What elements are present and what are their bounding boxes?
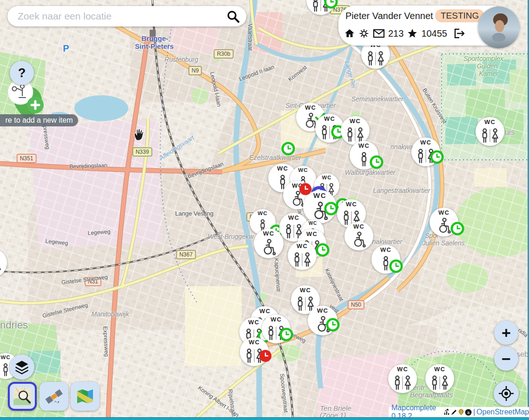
open-hours-badge-green — [280, 141, 296, 158]
statistics-icon[interactable] — [444, 409, 450, 415]
svg-text:WC: WC — [313, 191, 326, 199]
geolocate-button[interactable] — [494, 381, 519, 406]
svg-text:WC: WC — [248, 319, 259, 326]
svg-text:WC: WC — [305, 104, 316, 111]
search-input[interactable] — [17, 10, 226, 22]
open-hours-badge-green — [429, 149, 445, 167]
help-button[interactable]: ? — [10, 61, 34, 85]
toilet-marker-mw[interactable]: WC — [288, 241, 317, 270]
avatar[interactable] — [478, 7, 520, 48]
changeset-count: 10455 — [421, 28, 447, 39]
svg-text:WC: WC — [288, 214, 299, 221]
basemap-style-satellite-button[interactable] — [40, 382, 68, 411]
mapcomplete-app: N9R30bN376N339N351R30N367N31N50 Brugge-S… — [0, 0, 529, 420]
layers-icon — [14, 359, 30, 375]
svg-text:WC: WC — [259, 308, 271, 315]
basemap-style-map-button[interactable] — [71, 382, 99, 411]
svg-text:WC: WC — [298, 167, 308, 173]
toilet-marker-wheel[interactable]: WC — [254, 229, 284, 258]
testing-badge: TESTING — [435, 9, 484, 22]
open-hours-badge-green — [369, 154, 384, 172]
toilet-marker-wheel[interactable]: WC — [344, 222, 373, 250]
logout-icon[interactable] — [453, 28, 465, 39]
svg-text:WC: WC — [346, 201, 357, 208]
zoom-in-button[interactable]: + — [494, 321, 518, 345]
home-icon[interactable] — [344, 28, 355, 39]
zoom-out-button[interactable]: − — [494, 347, 518, 371]
svg-text:WC: WC — [306, 230, 317, 237]
open-hours-badge-green — [450, 221, 465, 238]
attribution-separator: | — [473, 408, 475, 416]
message-count: 213 — [388, 28, 403, 39]
svg-text:WC: WC — [438, 209, 450, 216]
marker-layer: WCWCWCWCWCWCWCWCWCWCWCWCWCWCWCWCWCWCWCWC… — [0, 0, 529, 420]
osm-attribution-link[interactable]: OpenStreetMap — [476, 408, 529, 416]
svg-text:WC: WC — [420, 139, 431, 146]
svg-text:WC: WC — [358, 142, 370, 149]
svg-text:WC: WC — [263, 230, 275, 237]
star-icon — [407, 28, 418, 39]
svg-text:WC: WC — [249, 339, 260, 346]
bottom-edge-bar — [0, 417, 529, 420]
closed-hours-badge-red — [258, 348, 273, 365]
toilet-marker-mw[interactable]: WC — [0, 249, 7, 277]
svg-text:WC: WC — [297, 243, 308, 249]
svg-text:WC: WC — [484, 118, 496, 125]
svg-text:WC: WC — [380, 246, 391, 253]
attribution-circle-icon[interactable]: a — [465, 409, 472, 416]
toilet-marker-mw[interactable]: WC — [476, 117, 504, 146]
svg-text:WC: WC — [397, 366, 408, 373]
help-label: ? — [18, 66, 26, 80]
svg-text:WC: WC — [258, 210, 268, 216]
svg-text:WC: WC — [324, 115, 335, 122]
satellite-icon — [44, 387, 64, 406]
osm-magnifier-icon — [13, 387, 32, 406]
svg-text:WC: WC — [350, 118, 361, 125]
search-icon[interactable] — [226, 9, 240, 23]
svg-text:WC: WC — [317, 307, 329, 314]
layers-button[interactable] — [9, 354, 34, 380]
svg-text:WC: WC — [434, 366, 445, 373]
svg-text:a: a — [467, 410, 469, 414]
messages-icon[interactable] — [373, 28, 385, 39]
toilet-marker-mw[interactable]: WC — [388, 364, 417, 393]
zoom-in-label: + — [502, 324, 511, 342]
svg-text:WC: WC — [309, 221, 317, 226]
svg-text:WC: WC — [0, 354, 11, 360]
svg-text:WC: WC — [271, 316, 282, 323]
crosshair-icon — [498, 385, 515, 402]
hand-cursor-icon — [132, 127, 146, 143]
folded-map-icon — [75, 387, 95, 406]
svg-text:WC: WC — [353, 223, 364, 230]
open-hours-badge-green — [388, 258, 404, 276]
attribution-version[interactable]: Mapcomplete 0.18.2 — [391, 404, 443, 420]
user-name: Pieter Vander Vennet — [345, 11, 433, 21]
zoom-out-label: − — [502, 350, 511, 368]
theme-flag-icon[interactable] — [458, 409, 464, 415]
svg-text:WC: WC — [300, 287, 311, 294]
toilet-marker-mw[interactable]: WC — [425, 364, 454, 393]
search-bar — [7, 6, 246, 26]
attribution-bar: Mapcomplete 0.18.2 a | OpenStreetMap — [389, 407, 529, 417]
gear-icon[interactable] — [358, 28, 370, 39]
open-hours-badge-green — [278, 327, 294, 344]
svg-text:WC: WC — [277, 165, 288, 172]
svg-text:WC: WC — [322, 175, 332, 180]
basemap-style-osm-button[interactable] — [8, 382, 37, 411]
edit-pencil-icon[interactable] — [451, 409, 457, 415]
open-hours-badge-green — [325, 317, 341, 335]
open-hours-badge-green — [323, 0, 339, 12]
open-hours-badge-green — [315, 242, 331, 260]
add-item-tooltip: re to add a new item — [0, 114, 78, 126]
